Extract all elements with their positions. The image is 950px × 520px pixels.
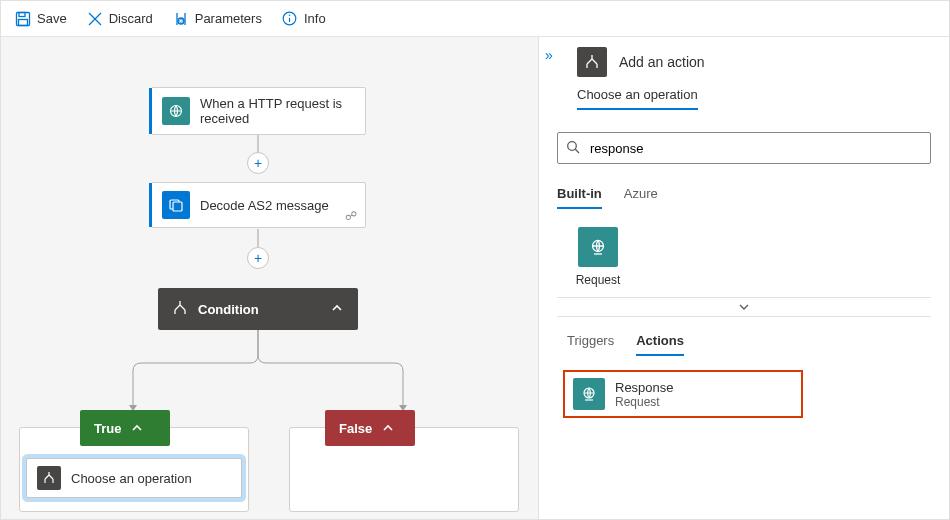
panel-header: Add an action <box>539 37 949 83</box>
action-label: Decode AS2 message <box>200 198 329 213</box>
result-subtitle: Request <box>615 395 674 409</box>
svg-line-16 <box>575 149 579 153</box>
info-icon <box>282 11 298 27</box>
choose-operation-button[interactable]: Choose an operation <box>26 458 242 498</box>
parameters-icon: @ <box>173 11 189 27</box>
tab-actions[interactable]: Actions <box>636 327 684 356</box>
svg-rect-14 <box>173 202 182 211</box>
request-connector-icon <box>578 227 618 267</box>
svg-rect-2 <box>19 19 28 25</box>
app-root: Save Discard @ Parameters Info <box>0 0 950 520</box>
toolbar: Save Discard @ Parameters Info <box>1 1 949 37</box>
add-step-button-1[interactable]: + <box>247 152 269 174</box>
info-button[interactable]: Info <box>274 7 334 31</box>
connector-request[interactable]: Request <box>539 213 629 297</box>
action-picker-panel: » Add an action Choose an operation Buil… <box>539 37 949 519</box>
false-label: False <box>339 421 372 436</box>
parameters-label: Parameters <box>195 11 262 26</box>
save-button[interactable]: Save <box>7 7 75 31</box>
save-label: Save <box>37 11 67 26</box>
result-title: Response <box>615 380 674 395</box>
tab-azure[interactable]: Azure <box>624 180 658 209</box>
condition-icon <box>172 300 188 319</box>
false-tag[interactable]: False <box>325 410 415 446</box>
http-trigger-icon <box>162 97 190 125</box>
connection-icon: ☍ <box>345 209 357 223</box>
trigger-label: When a HTTP request is received <box>200 96 355 126</box>
close-icon <box>87 11 103 27</box>
svg-text:@: @ <box>177 17 184 24</box>
node-accent <box>149 183 152 227</box>
operation-picker-icon <box>37 466 61 490</box>
condition-label: Condition <box>198 302 259 317</box>
add-action-icon <box>577 47 607 77</box>
chevron-up-icon[interactable] <box>330 301 344 318</box>
designer-canvas[interactable]: When a HTTP request is received + Decode… <box>1 37 539 519</box>
panel-header-title: Add an action <box>619 54 705 70</box>
source-tabs: Built-in Azure <box>539 176 949 213</box>
result-meta: Response Request <box>615 380 674 409</box>
save-icon <box>15 11 31 27</box>
parameters-button[interactable]: @ Parameters <box>165 7 270 31</box>
discard-button[interactable]: Discard <box>79 7 161 31</box>
search-icon <box>566 140 580 157</box>
tab-builtin[interactable]: Built-in <box>557 180 602 209</box>
true-branch-box: True Choose an operation <box>19 427 249 512</box>
action-decode-as2[interactable]: Decode AS2 message ☍ <box>151 182 366 228</box>
node-accent <box>149 88 152 134</box>
true-label: True <box>94 421 121 436</box>
connector-label: Request <box>576 273 621 287</box>
info-label: Info <box>304 11 326 26</box>
false-branch-box: False <box>289 427 519 512</box>
action-result-response[interactable]: Response Request <box>563 370 803 418</box>
panel-section-title: Choose an operation <box>539 83 949 116</box>
discard-label: Discard <box>109 11 153 26</box>
add-step-button-2[interactable]: + <box>247 247 269 269</box>
condition-node[interactable]: Condition <box>158 288 358 330</box>
trigger-node[interactable]: When a HTTP request is received <box>151 87 366 135</box>
collapse-panel-button[interactable]: » <box>545 47 553 63</box>
decode-as2-icon <box>162 191 190 219</box>
svg-point-9 <box>289 15 291 17</box>
response-action-icon <box>573 378 605 410</box>
true-tag[interactable]: True <box>80 410 170 446</box>
search-input[interactable] <box>588 140 922 157</box>
operation-search[interactable] <box>557 132 931 164</box>
svg-point-15 <box>568 141 577 150</box>
expand-connectors-button[interactable] <box>557 297 931 317</box>
tab-triggers[interactable]: Triggers <box>567 327 614 356</box>
main-area: When a HTTP request is received + Decode… <box>1 37 949 519</box>
choose-operation-label: Choose an operation <box>71 471 192 486</box>
detail-tabs: Triggers Actions <box>539 317 949 356</box>
svg-rect-1 <box>19 12 25 16</box>
